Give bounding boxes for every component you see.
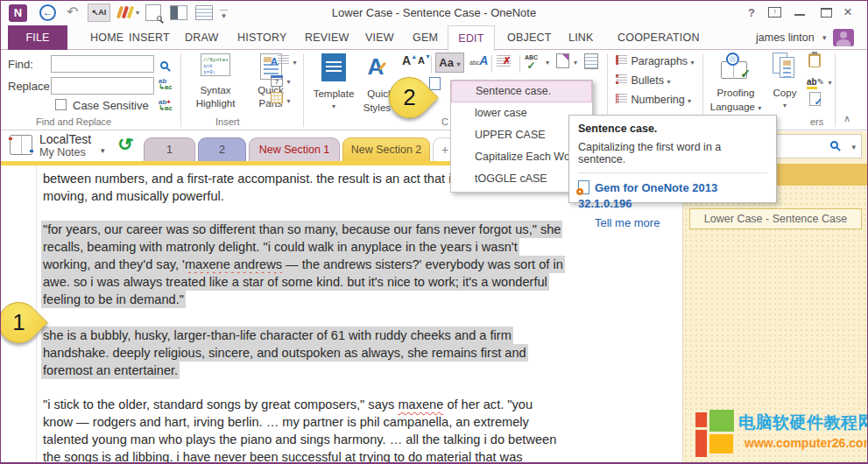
replace-all-icon[interactable]: ab+↳ac bbox=[159, 99, 173, 111]
text-line-selected[interactable]: "for years, our career was so different … bbox=[43, 221, 561, 238]
text-line-selected[interactable]: feeling to be in demand." bbox=[43, 291, 184, 308]
chevron-down-icon[interactable]: ▾ bbox=[101, 146, 105, 155]
ribbon-tab-bar: FILE HOME INSERT DRAW HISTORY REVIEW VIE… bbox=[1, 25, 867, 50]
group-label-others-partial: ers bbox=[810, 116, 823, 127]
calendar-icon: 7 bbox=[271, 75, 283, 87]
title-bar: N ← ↶ ↖AI ▾ —▾ Lower Case - Sentence Cas… bbox=[1, 1, 867, 25]
menu-item-sentence-case[interactable]: Sentence case. bbox=[451, 81, 592, 102]
shrink-font-icon[interactable]: A▼ bbox=[418, 53, 431, 66]
group-divider bbox=[180, 53, 181, 127]
text-line[interactable]: "i stick to the older, standard songs by… bbox=[43, 396, 533, 413]
section-tab-new-section-1[interactable]: New Section 1 bbox=[249, 137, 340, 161]
text-line-selected[interactable]: awe. so i was always treated like a star… bbox=[43, 273, 547, 291]
paragraphs-button[interactable]: Paragraphs ▾ bbox=[616, 53, 695, 68]
watermark-site-name: 电脑软硬件教程网 bbox=[738, 411, 868, 434]
section-tab-1[interactable]: 1 bbox=[144, 137, 195, 161]
text-line-selected[interactable]: foremost an entertainer. bbox=[43, 362, 178, 379]
watermark: 电脑软硬件教程网 www.computer26.com bbox=[694, 407, 867, 461]
collapse-ribbon-icon[interactable]: ∧ bbox=[843, 113, 850, 124]
find-input[interactable] bbox=[51, 55, 154, 73]
small-caps-icon[interactable]: abcA bbox=[469, 53, 488, 67]
text-line-selected[interactable]: recalls, beaming with matronly delight. … bbox=[43, 238, 518, 256]
group-label-cases-partial: C bbox=[441, 116, 448, 127]
case-sensitive-checkbox[interactable] bbox=[55, 99, 67, 110]
tooltip-description: Capitalizing the first word in a sentenc… bbox=[578, 141, 767, 165]
clear-formatting-icon[interactable]: ✗ bbox=[497, 54, 511, 70]
grow-font-icon[interactable]: A▲ bbox=[402, 53, 417, 67]
gem-addin-icon bbox=[578, 180, 589, 194]
numbering-button[interactable]: Numbering ▾ bbox=[616, 91, 691, 107]
replace-label: Replace: bbox=[8, 80, 53, 93]
chevron-down-icon: ▾ bbox=[822, 25, 827, 50]
find-label: Find: bbox=[8, 58, 33, 71]
tab-gem[interactable]: GEM bbox=[404, 25, 447, 50]
chevron-down-icon[interactable]: ▾ bbox=[851, 143, 856, 151]
watermark-url: www.computer26.com bbox=[745, 436, 868, 450]
syntax-code-icon: //Syntax int i=0; bbox=[201, 53, 230, 76]
template-button[interactable]: Template ▾ bbox=[309, 53, 358, 85]
quick-styles-button[interactable]: A Quick Styles ▾ bbox=[360, 53, 400, 81]
tab-history[interactable]: HISTORY bbox=[229, 25, 296, 50]
gem-product-link[interactable]: Gem for OneNote 2013 32.1.0.196 bbox=[578, 181, 717, 210]
text-line[interactable]: talented young man who plays the piano a… bbox=[43, 431, 556, 448]
chevron-down-icon[interactable]: ▾ bbox=[574, 59, 577, 67]
minimize-button[interactable] bbox=[794, 14, 805, 16]
page-color-icon[interactable] bbox=[556, 53, 569, 68]
section-tab-2[interactable]: 2 bbox=[198, 137, 246, 161]
paste-icon[interactable] bbox=[808, 53, 821, 67]
text-line[interactable]: the songs is ad libbing. i have never be… bbox=[43, 448, 523, 464]
spell-check-icon[interactable]: ABC✓ bbox=[525, 52, 538, 69]
bullets-icon bbox=[616, 74, 627, 84]
text-box-icon[interactable] bbox=[429, 77, 441, 90]
notebook-icon[interactable] bbox=[10, 135, 32, 155]
tab-link[interactable]: LINK bbox=[560, 25, 603, 50]
tab-edit[interactable]: EDIT bbox=[448, 25, 495, 51]
table-icon bbox=[271, 92, 283, 103]
windows-logo-pane-yellow-icon bbox=[709, 434, 733, 453]
text-line[interactable]: moving, and musically powerful. bbox=[43, 187, 224, 205]
section-tab-new-section-2[interactable]: New Section 2 bbox=[342, 137, 430, 161]
tab-object[interactable]: OBJECT bbox=[498, 25, 561, 50]
replace-icon[interactable]: ab↳ac bbox=[159, 78, 173, 90]
proofing-language-button[interactable]: ✓ Proofing Language ▾ bbox=[709, 53, 763, 82]
maximize-button[interactable] bbox=[821, 8, 832, 18]
search-icon[interactable] bbox=[160, 57, 168, 73]
table-small-button[interactable]: ▾ bbox=[271, 91, 290, 107]
tooltip-title: Sentence case. bbox=[578, 123, 767, 135]
copy-button[interactable]: Copy ▾ bbox=[766, 53, 803, 82]
text-line[interactable]: know — rodgers and hart, irving berlin. … bbox=[43, 413, 529, 431]
change-case-button[interactable]: Aa ▾ bbox=[435, 53, 464, 73]
text-styles-small-button[interactable]: A ▾ bbox=[271, 53, 296, 68]
notebook-name[interactable]: LocalTest bbox=[39, 132, 91, 146]
text-line-selected[interactable]: handshake. deeply religious, sincere, an… bbox=[43, 344, 526, 362]
close-button[interactable]: × bbox=[843, 4, 852, 21]
separator bbox=[491, 55, 492, 73]
tab-draw[interactable]: DRAW bbox=[176, 25, 228, 50]
chevron-down-icon[interactable]: ▾ bbox=[546, 59, 549, 67]
case-sensitive-label: Case Sensitive bbox=[73, 99, 149, 112]
text-line[interactable]: between numbers, and a first-rate accomp… bbox=[43, 170, 458, 187]
tell-me-more-link[interactable]: Tell me more bbox=[595, 216, 660, 229]
user-account-label[interactable]: james linton bbox=[756, 25, 815, 50]
ruled-lines-icon[interactable] bbox=[584, 53, 598, 69]
tab-insert[interactable]: INSERT bbox=[120, 25, 179, 50]
highlight-icon[interactable]: ab✎ ▾ bbox=[807, 73, 832, 88]
tab-file[interactable]: FILE bbox=[8, 25, 67, 51]
sync-arrow-icon[interactable]: ↺ bbox=[116, 132, 135, 156]
tab-view[interactable]: VIEW bbox=[356, 25, 403, 50]
ribbon-display-options-icon[interactable]: ↑ bbox=[768, 7, 781, 18]
text-line-selected[interactable]: working, and they'd say, 'maxene andrews… bbox=[43, 256, 563, 273]
document-check-icon[interactable]: ✓ bbox=[809, 92, 821, 106]
windows-logo-pane-orange-icon bbox=[695, 430, 707, 457]
replace-input[interactable] bbox=[51, 77, 154, 95]
syntax-highlight-button[interactable]: //Syntax int i=0; Syntax Highlight bbox=[187, 53, 244, 77]
calendar-small-button[interactable]: 7 ▾ bbox=[271, 72, 290, 88]
avatar[interactable] bbox=[833, 29, 854, 46]
notebook-list-name[interactable]: My Notes bbox=[39, 146, 86, 158]
tab-cooperation[interactable]: COOPERATION bbox=[609, 25, 709, 50]
proofing-language-icon: ✓ bbox=[721, 53, 751, 79]
help-button[interactable]: ? bbox=[742, 6, 761, 19]
text-line-selected[interactable]: she is a bubbly, husky, larger-than-life… bbox=[43, 327, 512, 344]
tab-review[interactable]: REVIEW bbox=[296, 25, 358, 50]
bullets-button[interactable]: Bullets ▾ bbox=[616, 72, 670, 88]
